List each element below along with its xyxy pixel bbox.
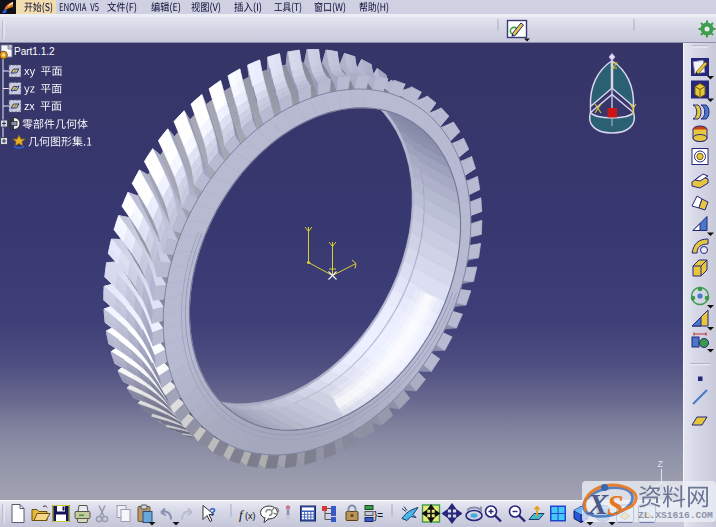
svg-text:Z: Z (658, 459, 664, 469)
svg-text:}=: }= (374, 510, 383, 521)
svg-text:ZL.XS1616.COM: ZL.XS1616.COM (638, 510, 713, 521)
svg-text:X: X (587, 487, 609, 520)
svg-text:?: ? (209, 506, 216, 518)
svg-text:(x): (x) (245, 511, 256, 521)
svg-text:S: S (607, 488, 624, 521)
svg-text:Part1.1.2: Part1.1.2 (14, 46, 55, 57)
